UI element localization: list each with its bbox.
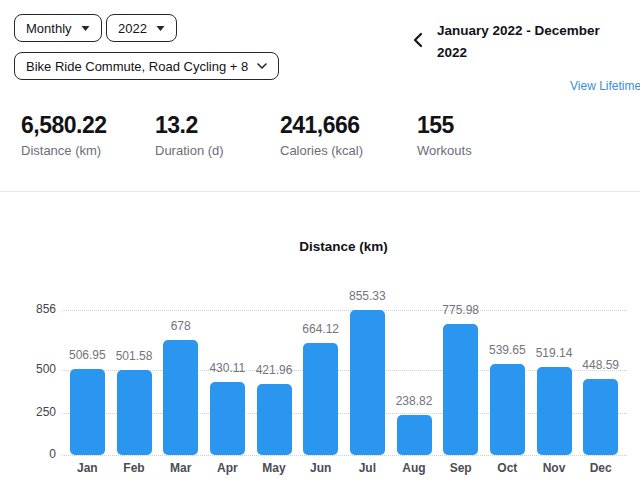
bar-aug[interactable] (397, 415, 432, 455)
bar-apr[interactable] (210, 382, 245, 455)
stat-workouts: 155 Workouts (417, 112, 472, 158)
year-dropdown[interactable]: 2022 (106, 14, 177, 42)
chevron-down-icon (156, 26, 165, 31)
stat-workouts-value: 155 (417, 112, 472, 139)
stat-distance-label: Distance (km) (21, 143, 107, 158)
chevron-down-icon (81, 26, 90, 31)
stats-page: Monthly 2022 Bike Ride Commute, Road Cyc… (0, 0, 640, 495)
bar-nov[interactable] (537, 367, 572, 455)
bar-value-label-sep: 775.98 (421, 303, 501, 317)
previous-period-button[interactable] (408, 30, 428, 50)
stat-calories: 241,666 Calories (kcal) (280, 112, 363, 158)
y-axis-tick-500: 500 (0, 362, 56, 376)
period-dropdown[interactable]: Monthly (14, 14, 102, 42)
chart-title: Distance (km) (62, 239, 625, 254)
stat-calories-label: Calories (kcal) (280, 143, 363, 158)
bar-may[interactable] (257, 384, 292, 455)
year-dropdown-value: 2022 (118, 21, 147, 36)
bar-dec[interactable] (583, 379, 618, 455)
stat-calories-value: 241,666 (280, 112, 363, 139)
stat-duration: 13.2 Duration (d) (155, 112, 224, 158)
bar-value-label-jul: 855.33 (327, 289, 407, 303)
date-range-label: January 2022 - December 2022 (437, 20, 615, 63)
bar-value-label-may: 421.96 (234, 363, 314, 377)
stat-workouts-label: Workouts (417, 143, 472, 158)
y-axis-tick-250: 250 (0, 405, 56, 419)
y-axis-tick-856: 856 (0, 302, 56, 316)
y-axis-tick-0: 0 (0, 447, 56, 461)
section-divider (0, 191, 640, 192)
chevron-left-icon (413, 32, 423, 48)
bar-value-label-aug: 238.82 (374, 394, 454, 408)
bar-oct[interactable] (490, 364, 525, 455)
bar-value-label-mar: 678 (141, 319, 221, 333)
stat-distance: 6,580.22 Distance (km) (21, 112, 107, 158)
bar-jan[interactable] (70, 369, 105, 455)
bar-jun[interactable] (303, 343, 338, 455)
view-lifetime-stats-link[interactable]: View Lifetime Stats (570, 79, 640, 93)
chevron-down-icon (257, 63, 267, 69)
stat-distance-value: 6,580.22 (21, 112, 107, 139)
bar-value-label-jun: 664.12 (281, 322, 361, 336)
bar-jul[interactable] (350, 310, 385, 455)
gridline-y-0 (62, 455, 627, 456)
stat-duration-value: 13.2 (155, 112, 224, 139)
bar-value-label-dec: 448.59 (561, 358, 640, 372)
sport-type-dropdown-value: Bike Ride Commute, Road Cycling + 8 (26, 59, 248, 74)
bar-feb[interactable] (117, 370, 152, 455)
bar-mar[interactable] (163, 340, 198, 455)
sport-type-dropdown[interactable]: Bike Ride Commute, Road Cycling + 8 (14, 52, 279, 80)
stat-duration-label: Duration (d) (155, 143, 224, 158)
bar-value-label-feb: 501.58 (94, 349, 174, 363)
x-axis-label-dec: Dec (571, 461, 631, 475)
gridline-y-856 (62, 310, 627, 311)
period-dropdown-value: Monthly (26, 21, 72, 36)
